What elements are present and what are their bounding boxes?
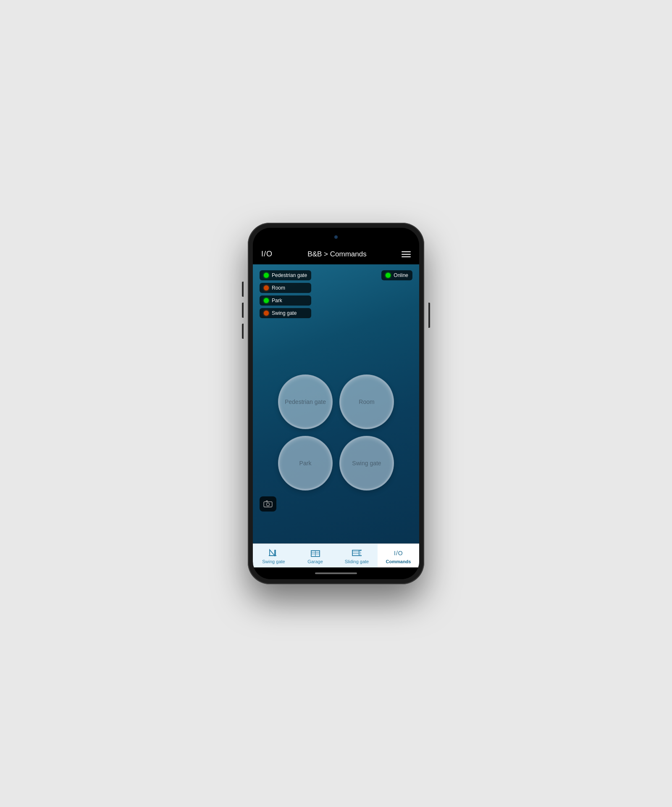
camera-icon xyxy=(263,500,273,508)
svg-rect-2 xyxy=(266,501,268,502)
hamburger-line-2 xyxy=(402,254,411,255)
online-dot xyxy=(386,273,391,278)
badge-swing-gate[interactable]: Swing gate xyxy=(260,308,311,318)
badge-room[interactable]: Room xyxy=(260,283,311,293)
volume-up-button xyxy=(242,282,244,297)
svg-point-1 xyxy=(266,503,269,506)
cmd-swing-gate[interactable]: Swing gate xyxy=(339,436,394,491)
tab-sliding-gate-label: Sliding gate xyxy=(345,559,369,564)
badge-pedestrian-gate[interactable]: Pedestrian gate xyxy=(260,270,311,280)
commands-row-1: Pedestrian gate Room xyxy=(278,374,394,429)
cmd-pedestrian-gate[interactable]: Pedestrian gate xyxy=(278,374,333,429)
camera-button[interactable] xyxy=(260,496,276,512)
phone-screen: I/O B&B > Commands Pedestrian gate xyxy=(253,228,419,579)
cmd-label-swing: Swing gate xyxy=(352,460,381,467)
swing-gate-icon xyxy=(268,548,280,557)
phone-frame: I/O B&B > Commands Pedestrian gate xyxy=(248,223,424,584)
status-dot-green-2 xyxy=(264,298,269,303)
status-section: Pedestrian gate Room Park Swing gat xyxy=(253,264,419,322)
cmd-park[interactable]: Park xyxy=(278,436,333,491)
badge-label-pedestrian: Pedestrian gate xyxy=(272,272,307,278)
cmd-room[interactable]: Room xyxy=(339,374,394,429)
volume-down-button xyxy=(242,303,244,318)
home-bar xyxy=(315,572,357,574)
home-indicator xyxy=(253,567,419,579)
tab-commands-label: Commands xyxy=(386,559,411,564)
hamburger-line-1 xyxy=(402,251,411,252)
hamburger-line-3 xyxy=(402,256,411,257)
tab-commands[interactable]: I/O Commands xyxy=(378,544,419,567)
garage-icon xyxy=(310,548,321,557)
commands-row-2: Park Swing gate xyxy=(278,436,394,491)
main-content: Pedestrian gate Room Park Swing gat xyxy=(253,264,419,543)
io-commands-icon: I/O xyxy=(393,548,404,557)
device-badges: Pedestrian gate Room Park Swing gat xyxy=(260,270,311,318)
page-title: B&B > Commands xyxy=(273,250,402,258)
sliding-gate-icon xyxy=(351,548,363,557)
camera-dot xyxy=(334,235,338,239)
online-label: Online xyxy=(394,272,408,278)
tab-swing-gate-label: Swing gate xyxy=(262,559,285,564)
tab-garage-label: Garage xyxy=(307,559,323,564)
app-logo: I/O xyxy=(261,250,273,258)
tab-swing-gate[interactable]: Swing gate xyxy=(253,544,294,567)
svg-rect-9 xyxy=(352,550,359,556)
tab-sliding-gate[interactable]: Sliding gate xyxy=(336,544,378,567)
app-header: I/O B&B > Commands xyxy=(253,246,419,264)
svg-text:I/O: I/O xyxy=(394,550,403,556)
status-bar xyxy=(253,228,419,246)
status-dot-orange xyxy=(264,285,269,290)
cmd-label-pedestrian: Pedestrian gate xyxy=(285,398,326,405)
power-button xyxy=(428,303,430,328)
badge-label-swing: Swing gate xyxy=(272,310,297,316)
badge-label-room: Room xyxy=(272,285,285,291)
cmd-label-room: Room xyxy=(359,398,374,405)
cmd-label-park: Park xyxy=(299,460,312,467)
commands-grid: Pedestrian gate Room Park Swing gate xyxy=(253,322,419,543)
tab-garage[interactable]: Garage xyxy=(294,544,336,567)
status-dot-green xyxy=(264,273,269,278)
status-row: Pedestrian gate Room Park Swing gat xyxy=(260,270,412,318)
status-dot-orange-2 xyxy=(264,311,269,316)
tab-bar: Swing gate Garage xyxy=(253,543,419,567)
badge-park[interactable]: Park xyxy=(260,295,311,306)
silent-switch xyxy=(242,324,244,339)
badge-label-park: Park xyxy=(272,298,282,303)
svg-rect-0 xyxy=(264,502,272,507)
menu-button[interactable] xyxy=(402,251,411,257)
online-badge: Online xyxy=(381,270,412,280)
